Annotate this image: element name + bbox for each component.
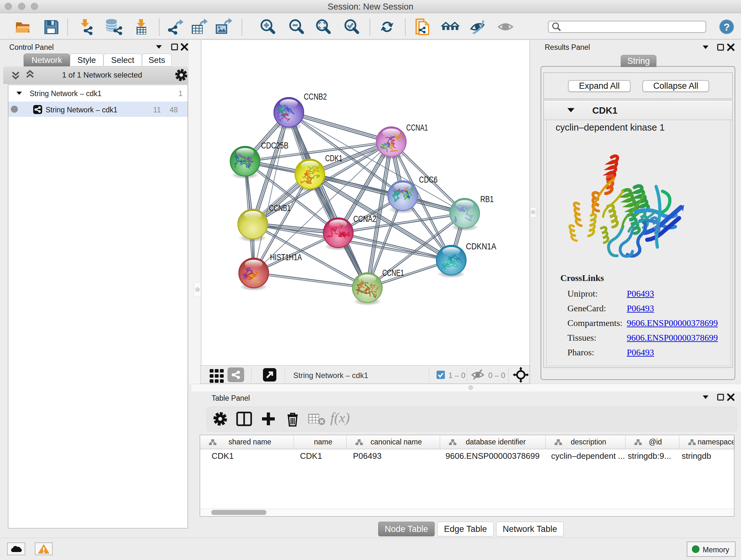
svg-text:CCNA2: CCNA2 — [353, 214, 376, 224]
svg-text:CCNA1: CCNA1 — [406, 123, 428, 132]
svg-text:CDKN1A: CDKN1A — [466, 242, 496, 251]
svg-text:HIST1H1A: HIST1H1A — [270, 253, 302, 262]
svg-text:RB1: RB1 — [480, 194, 494, 204]
svg-text:CDK1: CDK1 — [325, 153, 342, 163]
svg-text:CCNB2: CCNB2 — [304, 92, 327, 102]
svg-text:CDC25B: CDC25B — [261, 141, 288, 150]
svg-text:CCNB1: CCNB1 — [269, 203, 291, 213]
svg-text:CCNE1: CCNE1 — [382, 268, 404, 278]
svg-text:CDC6: CDC6 — [419, 175, 437, 185]
